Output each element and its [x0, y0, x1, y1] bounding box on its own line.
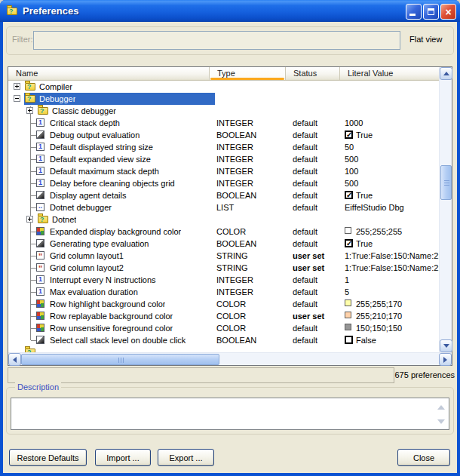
pref-type: INTEGER — [216, 165, 292, 177]
table-row[interactable]: Display agent detailsBOOLEANdefaultTrue — [8, 189, 439, 201]
maximize-button[interactable] — [423, 4, 439, 20]
expand-icon[interactable] — [26, 216, 33, 223]
column-header-literal-value[interactable]: Literal Value — [339, 67, 439, 80]
window-icon: ? — [7, 8, 17, 15]
string-icon — [36, 263, 44, 272]
colorq-icon — [36, 299, 44, 308]
textarea-scroll-up-icon — [437, 405, 445, 410]
pref-name: Display agent details — [50, 189, 127, 201]
vertical-scrollbar[interactable] — [439, 67, 452, 352]
tree-category-row[interactable]: ?Compiler — [8, 81, 439, 93]
tree-category-row[interactable]: ?Dotnet — [8, 213, 439, 226]
horizontal-scroll-thumb[interactable] — [21, 354, 219, 365]
pref-status: default — [293, 117, 344, 129]
checkbox-checked-icon[interactable] — [345, 191, 353, 199]
column-header-name[interactable]: Name — [8, 67, 209, 80]
color-swatch — [345, 312, 351, 318]
pref-status: default — [293, 286, 344, 298]
pref-type: LIST — [216, 201, 292, 213]
textarea-scroll-down-icon — [437, 419, 445, 424]
table-row[interactable]: Debug output evaluationBOOLEANdefaultTru… — [8, 129, 439, 141]
table-row[interactable]: Select call stack level on double clickB… — [8, 334, 439, 346]
value-text: 255;210;170 — [356, 312, 402, 321]
boolean-icon — [36, 336, 44, 344]
restore-defaults-button[interactable]: Restore Defaults — [9, 449, 87, 466]
color-swatch — [345, 324, 351, 330]
pref-type: INTEGER — [216, 274, 292, 286]
pref-status: user set — [293, 250, 344, 262]
pref-type: COLOR — [216, 298, 292, 310]
pref-name: Expanded display background color — [50, 226, 181, 238]
arrow-down-icon — [443, 344, 449, 348]
arrow-up-icon — [443, 72, 449, 75]
close-window-button[interactable]: × — [440, 4, 456, 20]
horizontal-scrollbar[interactable] — [8, 352, 452, 365]
scroll-down-button[interactable] — [440, 339, 452, 352]
color-swatch — [345, 299, 351, 306]
grid-header: Name Type Status Literal Value — [8, 67, 439, 81]
pref-name: Generating type evaluation — [50, 238, 149, 250]
flat-view-button[interactable]: Flat view — [409, 35, 442, 44]
table-row[interactable]: Max evaluation durationINTEGERdefault5 — [8, 286, 439, 298]
table-row[interactable]: Row highlight background colorCOLORdefau… — [8, 298, 439, 310]
color-swatch — [345, 227, 351, 234]
preferences-count: 675 preferences — [394, 370, 455, 379]
pref-type: BOOLEAN — [216, 334, 292, 346]
table-row[interactable]: Grid column layout1STRINGuser set1:True:… — [8, 250, 439, 262]
scroll-right-button[interactable] — [439, 353, 452, 366]
column-header-status[interactable]: Status — [285, 67, 339, 80]
filter-input[interactable] — [33, 31, 400, 50]
table-row[interactable]: Generating type evaluationBOOLEANdefault… — [8, 238, 439, 250]
tree-category-row[interactable]: ? — [8, 346, 439, 352]
table-row[interactable]: Delay before cleaning objects gridINTEGE… — [8, 177, 439, 189]
expand-icon[interactable] — [26, 107, 33, 114]
tree-category-row[interactable]: ?Classic debugger — [8, 105, 439, 117]
pref-name: Default expanded view size — [50, 153, 151, 165]
table-row[interactable]: Default maximum stack depthINTEGERdefaul… — [8, 165, 439, 177]
export-button[interactable]: Export ... — [158, 449, 214, 466]
table-row[interactable]: Critical stack depthINTEGERdefault1000 — [8, 117, 439, 129]
scroll-up-button[interactable] — [440, 67, 452, 80]
status-field — [8, 367, 394, 383]
table-row[interactable]: Grid column layout2STRINGuser set1:True:… — [8, 262, 439, 274]
pref-name: Default displayed string size — [50, 141, 153, 153]
title-bar[interactable]: ? Preferences × — [0, 0, 460, 22]
table-row[interactable]: Dotnet debuggerLISTdefaultEiffelStudio D… — [8, 201, 439, 213]
tree-category-row[interactable]: ?Debugger — [8, 93, 439, 105]
collapse-icon[interactable] — [14, 95, 20, 102]
value-text: True — [356, 239, 373, 248]
pref-name: Row highlight background color — [50, 298, 165, 310]
column-header-type[interactable]: Type — [209, 67, 285, 80]
value-text: 500 — [345, 155, 358, 164]
table-row[interactable]: Expanded display background colorCOLORde… — [8, 226, 439, 238]
pref-name: Compiler — [39, 81, 72, 93]
value-text: 100 — [345, 167, 358, 176]
table-row[interactable]: Row replayable background colorCOLORuser… — [8, 310, 439, 322]
description-textarea[interactable] — [11, 398, 449, 430]
pref-status: default — [293, 322, 344, 334]
string-icon — [36, 251, 44, 259]
checkbox-checked-icon[interactable] — [345, 131, 353, 139]
pref-type: STRING — [216, 250, 292, 262]
import-button[interactable]: Import ... — [95, 449, 151, 466]
value-text: True — [356, 191, 373, 200]
vertical-scroll-thumb[interactable] — [440, 165, 452, 200]
expand-icon[interactable] — [14, 83, 20, 90]
pref-literal-value: 50 — [345, 141, 439, 153]
minimize-button[interactable] — [406, 4, 422, 20]
pref-status: default — [293, 177, 344, 189]
integer-icon — [36, 155, 44, 163]
pref-status: default — [293, 274, 344, 286]
pref-literal-value: 5 — [345, 286, 439, 298]
pref-type: INTEGER — [216, 177, 292, 189]
integer-icon — [36, 143, 44, 151]
table-row[interactable]: Interrupt every N instructionsINTEGERdef… — [8, 274, 439, 286]
table-row[interactable]: Default expanded view sizeINTEGERdefault… — [8, 153, 439, 165]
close-button[interactable]: Close — [397, 449, 450, 466]
table-row[interactable]: Row unsensitive foreground colorCOLORdef… — [8, 322, 439, 334]
table-row[interactable]: Default displayed string sizeINTEGERdefa… — [8, 141, 439, 153]
pref-status: default — [293, 334, 344, 346]
checkbox-checked-icon[interactable] — [345, 239, 353, 247]
scroll-left-button[interactable] — [8, 353, 21, 366]
checkbox-unchecked-icon[interactable] — [345, 336, 353, 344]
